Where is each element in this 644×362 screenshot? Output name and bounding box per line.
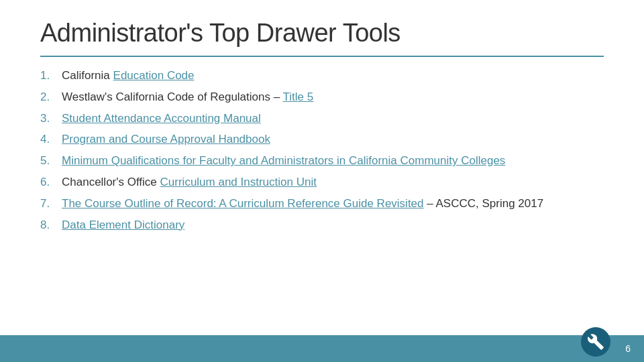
- tools-icon: [581, 327, 610, 357]
- list-item: 4. Program and Course Approval Handbook: [40, 131, 604, 147]
- item-text: Westlaw's California Code of Regulations…: [62, 89, 313, 105]
- education-code-link[interactable]: Education Code: [113, 69, 195, 82]
- slide-title: Administrator's Top Drawer Tools: [40, 19, 604, 48]
- item-text: California Education Code: [62, 68, 195, 84]
- main-content: Administrator's Top Drawer Tools 1. Cali…: [0, 0, 644, 233]
- list-item: 1. California Education Code: [40, 68, 604, 84]
- ded-link[interactable]: Data Element Dictionary: [62, 219, 184, 231]
- list-item: 7. The Course Outline of Record: A Curri…: [40, 196, 604, 212]
- title5-link[interactable]: Title 5: [283, 90, 314, 103]
- ciu-link[interactable]: Curriculum and Instruction Unit: [160, 176, 317, 188]
- item-number: 1.: [40, 68, 62, 84]
- item-text: Minimum Qualifications for Faculty and A…: [62, 153, 505, 169]
- slide-container: Administrator's Top Drawer Tools 1. Cali…: [0, 0, 644, 362]
- wrench-icon: [587, 333, 604, 351]
- item-number: 6.: [40, 174, 62, 190]
- item-number: 5.: [40, 153, 62, 169]
- item-number: 3.: [40, 111, 62, 127]
- list-item: 6. Chancellor's Office Curriculum and In…: [40, 174, 604, 190]
- item-text: Program and Course Approval Handbook: [62, 131, 270, 147]
- list-item: 3. Student Attendance Accounting Manual: [40, 111, 604, 127]
- item-text: Student Attendance Accounting Manual: [62, 111, 261, 127]
- list-item: 5. Minimum Qualifications for Faculty an…: [40, 153, 604, 169]
- saam-link[interactable]: Student Attendance Accounting Manual: [62, 112, 261, 125]
- item-number: 8.: [40, 217, 62, 233]
- item-text: Data Element Dictionary: [62, 217, 184, 233]
- item-number: 2.: [40, 89, 62, 105]
- minqual-link[interactable]: Minimum Qualifications for Faculty and A…: [62, 154, 505, 167]
- divider: [40, 56, 604, 57]
- list-item: 2. Westlaw's California Code of Regulati…: [40, 89, 604, 105]
- list-item: 8. Data Element Dictionary: [40, 217, 604, 233]
- pcah-link[interactable]: Program and Course Approval Handbook: [62, 133, 270, 145]
- item-number: 7.: [40, 196, 62, 212]
- item-number: 4.: [40, 131, 62, 147]
- page-number: 6: [625, 343, 631, 354]
- footer-bar: [0, 335, 644, 362]
- item-text: The Course Outline of Record: A Curricul…: [62, 196, 543, 212]
- list-items: 1. California Education Code 2. Westlaw'…: [40, 68, 604, 233]
- item-text: Chancellor's Office Curriculum and Instr…: [62, 174, 317, 190]
- cor-link[interactable]: The Course Outline of Record: A Curricul…: [62, 197, 424, 210]
